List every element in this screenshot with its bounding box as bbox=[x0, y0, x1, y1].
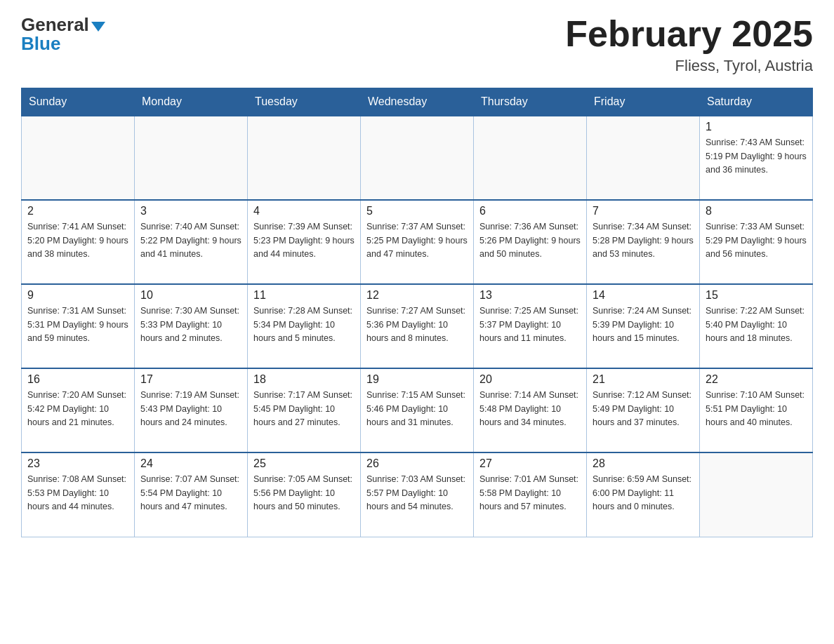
weekday-header-tuesday: Tuesday bbox=[248, 88, 361, 116]
calendar-cell: 12Sunrise: 7:27 AM Sunset: 5:36 PM Dayli… bbox=[361, 284, 474, 368]
day-number: 15 bbox=[706, 289, 807, 302]
calendar-cell bbox=[22, 116, 135, 200]
day-number: 27 bbox=[479, 457, 581, 470]
calendar-cell: 15Sunrise: 7:22 AM Sunset: 5:40 PM Dayli… bbox=[700, 284, 813, 368]
calendar-week-row: 1Sunrise: 7:43 AM Sunset: 5:19 PM Daylig… bbox=[22, 116, 813, 200]
calendar-cell bbox=[135, 116, 248, 200]
calendar-cell bbox=[700, 452, 813, 537]
day-info: Sunrise: 7:10 AM Sunset: 5:51 PM Dayligh… bbox=[706, 389, 807, 429]
day-info: Sunrise: 7:25 AM Sunset: 5:37 PM Dayligh… bbox=[479, 304, 581, 345]
day-number: 3 bbox=[140, 205, 241, 217]
day-number: 1 bbox=[706, 121, 807, 133]
calendar-week-row: 23Sunrise: 7:08 AM Sunset: 5:53 PM Dayli… bbox=[22, 452, 813, 537]
day-info: Sunrise: 7:14 AM Sunset: 5:48 PM Dayligh… bbox=[479, 389, 581, 429]
calendar-cell: 8Sunrise: 7:33 AM Sunset: 5:29 PM Daylig… bbox=[700, 200, 813, 284]
weekday-header-monday: Monday bbox=[135, 88, 248, 116]
day-info: Sunrise: 7:33 AM Sunset: 5:29 PM Dayligh… bbox=[706, 220, 807, 261]
calendar-cell: 16Sunrise: 7:20 AM Sunset: 5:42 PM Dayli… bbox=[22, 368, 135, 452]
day-number: 11 bbox=[253, 289, 355, 302]
weekday-header-saturday: Saturday bbox=[700, 88, 813, 116]
calendar-cell: 13Sunrise: 7:25 AM Sunset: 5:37 PM Dayli… bbox=[474, 284, 587, 368]
day-number: 23 bbox=[27, 457, 128, 470]
day-info: Sunrise: 7:19 AM Sunset: 5:43 PM Dayligh… bbox=[140, 389, 241, 429]
month-title: February 2025 bbox=[565, 14, 813, 54]
calendar-cell: 17Sunrise: 7:19 AM Sunset: 5:43 PM Dayli… bbox=[135, 368, 248, 452]
calendar-week-row: 9Sunrise: 7:31 AM Sunset: 5:31 PM Daylig… bbox=[22, 284, 813, 368]
calendar-cell: 18Sunrise: 7:17 AM Sunset: 5:45 PM Dayli… bbox=[248, 368, 361, 452]
calendar-cell: 3Sunrise: 7:40 AM Sunset: 5:22 PM Daylig… bbox=[135, 200, 248, 284]
calendar-cell: 5Sunrise: 7:37 AM Sunset: 5:25 PM Daylig… bbox=[361, 200, 474, 284]
day-number: 26 bbox=[366, 457, 468, 470]
calendar-cell bbox=[474, 116, 587, 200]
calendar-cell: 23Sunrise: 7:08 AM Sunset: 5:53 PM Dayli… bbox=[22, 452, 135, 537]
day-number: 13 bbox=[479, 289, 581, 302]
day-number: 10 bbox=[140, 289, 241, 302]
calendar-cell: 21Sunrise: 7:12 AM Sunset: 5:49 PM Dayli… bbox=[587, 368, 700, 452]
weekday-header-thursday: Thursday bbox=[474, 88, 587, 116]
day-number: 18 bbox=[253, 373, 355, 386]
calendar-table: SundayMondayTuesdayWednesdayThursdayFrid… bbox=[21, 88, 813, 537]
calendar-cell: 7Sunrise: 7:34 AM Sunset: 5:28 PM Daylig… bbox=[587, 200, 700, 284]
calendar-cell: 10Sunrise: 7:30 AM Sunset: 5:33 PM Dayli… bbox=[135, 284, 248, 368]
day-info: Sunrise: 7:15 AM Sunset: 5:46 PM Dayligh… bbox=[366, 389, 468, 429]
title-section: February 2025 Fliess, Tyrol, Austria bbox=[565, 14, 813, 75]
day-number: 7 bbox=[593, 205, 694, 217]
day-number: 6 bbox=[479, 205, 581, 217]
day-info: Sunrise: 7:20 AM Sunset: 5:42 PM Dayligh… bbox=[27, 389, 128, 429]
day-info: Sunrise: 7:31 AM Sunset: 5:31 PM Dayligh… bbox=[27, 304, 128, 345]
calendar-cell: 20Sunrise: 7:14 AM Sunset: 5:48 PM Dayli… bbox=[474, 368, 587, 452]
calendar-cell bbox=[248, 116, 361, 200]
calendar-cell: 4Sunrise: 7:39 AM Sunset: 5:23 PM Daylig… bbox=[248, 200, 361, 284]
day-info: Sunrise: 7:01 AM Sunset: 5:58 PM Dayligh… bbox=[479, 473, 581, 514]
calendar-cell: 27Sunrise: 7:01 AM Sunset: 5:58 PM Dayli… bbox=[474, 452, 587, 537]
day-info: Sunrise: 7:03 AM Sunset: 5:57 PM Dayligh… bbox=[366, 473, 468, 514]
calendar-header-row: SundayMondayTuesdayWednesdayThursdayFrid… bbox=[22, 88, 813, 116]
logo-arrow-icon bbox=[91, 22, 105, 32]
day-info: Sunrise: 7:07 AM Sunset: 5:54 PM Dayligh… bbox=[140, 473, 241, 514]
day-info: Sunrise: 7:41 AM Sunset: 5:20 PM Dayligh… bbox=[27, 220, 128, 261]
day-info: Sunrise: 7:43 AM Sunset: 5:19 PM Dayligh… bbox=[706, 136, 807, 177]
day-info: Sunrise: 7:36 AM Sunset: 5:26 PM Dayligh… bbox=[479, 220, 581, 261]
day-info: Sunrise: 7:17 AM Sunset: 5:45 PM Dayligh… bbox=[253, 389, 355, 429]
day-number: 16 bbox=[27, 373, 128, 386]
day-info: Sunrise: 7:27 AM Sunset: 5:36 PM Dayligh… bbox=[366, 304, 468, 345]
calendar-cell: 26Sunrise: 7:03 AM Sunset: 5:57 PM Dayli… bbox=[361, 452, 474, 537]
day-info: Sunrise: 7:08 AM Sunset: 5:53 PM Dayligh… bbox=[27, 473, 128, 514]
logo-blue-text: Blue bbox=[21, 33, 60, 55]
day-number: 20 bbox=[479, 373, 581, 386]
calendar-cell: 24Sunrise: 7:07 AM Sunset: 5:54 PM Dayli… bbox=[135, 452, 248, 537]
calendar-cell: 19Sunrise: 7:15 AM Sunset: 5:46 PM Dayli… bbox=[361, 368, 474, 452]
day-number: 8 bbox=[706, 205, 807, 217]
calendar-cell: 1Sunrise: 7:43 AM Sunset: 5:19 PM Daylig… bbox=[700, 116, 813, 200]
calendar-week-row: 16Sunrise: 7:20 AM Sunset: 5:42 PM Dayli… bbox=[22, 368, 813, 452]
day-number: 12 bbox=[366, 289, 468, 302]
day-number: 25 bbox=[253, 457, 355, 470]
calendar-cell: 14Sunrise: 7:24 AM Sunset: 5:39 PM Dayli… bbox=[587, 284, 700, 368]
day-info: Sunrise: 6:59 AM Sunset: 6:00 PM Dayligh… bbox=[593, 473, 694, 514]
day-number: 22 bbox=[706, 373, 807, 386]
day-info: Sunrise: 7:40 AM Sunset: 5:22 PM Dayligh… bbox=[140, 220, 241, 261]
day-number: 24 bbox=[140, 457, 241, 470]
weekday-header-sunday: Sunday bbox=[22, 88, 135, 116]
day-number: 2 bbox=[27, 205, 128, 217]
day-number: 28 bbox=[593, 457, 694, 470]
day-info: Sunrise: 7:24 AM Sunset: 5:39 PM Dayligh… bbox=[593, 304, 694, 345]
weekday-header-wednesday: Wednesday bbox=[361, 88, 474, 116]
day-info: Sunrise: 7:37 AM Sunset: 5:25 PM Dayligh… bbox=[366, 220, 468, 261]
calendar-cell: 9Sunrise: 7:31 AM Sunset: 5:31 PM Daylig… bbox=[22, 284, 135, 368]
day-number: 21 bbox=[593, 373, 694, 386]
day-info: Sunrise: 7:34 AM Sunset: 5:28 PM Dayligh… bbox=[593, 220, 694, 261]
day-info: Sunrise: 7:05 AM Sunset: 5:56 PM Dayligh… bbox=[253, 473, 355, 514]
calendar-cell: 22Sunrise: 7:10 AM Sunset: 5:51 PM Dayli… bbox=[700, 368, 813, 452]
calendar-cell: 28Sunrise: 6:59 AM Sunset: 6:00 PM Dayli… bbox=[587, 452, 700, 537]
day-number: 4 bbox=[253, 205, 355, 217]
calendar-week-row: 2Sunrise: 7:41 AM Sunset: 5:20 PM Daylig… bbox=[22, 200, 813, 284]
calendar-cell bbox=[587, 116, 700, 200]
calendar-cell: 11Sunrise: 7:28 AM Sunset: 5:34 PM Dayli… bbox=[248, 284, 361, 368]
day-info: Sunrise: 7:30 AM Sunset: 5:33 PM Dayligh… bbox=[140, 304, 241, 345]
day-info: Sunrise: 7:22 AM Sunset: 5:40 PM Dayligh… bbox=[706, 304, 807, 345]
day-info: Sunrise: 7:39 AM Sunset: 5:23 PM Dayligh… bbox=[253, 220, 355, 261]
calendar-cell: 6Sunrise: 7:36 AM Sunset: 5:26 PM Daylig… bbox=[474, 200, 587, 284]
day-number: 17 bbox=[140, 373, 241, 386]
logo: General Blue bbox=[21, 14, 105, 55]
